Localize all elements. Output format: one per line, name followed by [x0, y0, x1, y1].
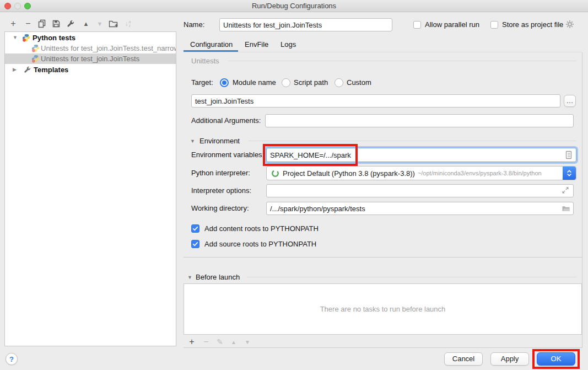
tab-logs[interactable]: Logs: [280, 37, 296, 52]
move-task-down-icon[interactable]: ▼: [242, 337, 252, 347]
new-folder-icon[interactable]: [107, 18, 118, 29]
move-task-up-icon[interactable]: ▲: [229, 337, 239, 347]
sort-configurations-icon[interactable]: ↓ a z: [122, 18, 133, 29]
tree-item-label: Unittests for test_join.JoinTests.test_n…: [41, 43, 176, 53]
add-content-roots-checkbox[interactable]: [191, 224, 199, 233]
tree-item-unittests-narrow[interactable]: Unittests for test_join.JoinTests.test_n…: [5, 43, 176, 53]
content-right-border: [582, 52, 582, 348]
python-test-icon: [31, 44, 40, 52]
interpreter-env-icon: [271, 169, 279, 178]
tree-expanded-icon[interactable]: ▼: [13, 33, 18, 43]
browse-module-button[interactable]: …: [564, 95, 576, 107]
python-tests-icon: [22, 34, 30, 42]
tree-item-templates[interactable]: ▶ Templates: [5, 65, 176, 75]
working-directory-label: Working directory:: [191, 202, 249, 215]
add-source-roots-checkbox[interactable]: [191, 240, 199, 248]
environment-section-toggle[interactable]: ▼: [190, 138, 195, 144]
add-source-roots-label: Add source roots to PYTHONPATH: [204, 238, 316, 251]
interpreter-path: ~/opt/miniconda3/envs/pyspark-3.8/bin/py…: [418, 170, 542, 176]
environment-section-line: [248, 141, 576, 141]
sort-letter-z: z: [129, 24, 131, 28]
unittests-group-title: Unittests: [191, 57, 219, 65]
before-launch-task-list[interactable]: There are no tasks to run before launch: [184, 283, 582, 335]
browse-folder-icon[interactable]: [562, 204, 570, 213]
expand-field-icon[interactable]: [562, 186, 570, 195]
interpreter-options-label: Interpreter options:: [191, 184, 251, 197]
target-module-name-radio[interactable]: [220, 78, 229, 87]
additional-arguments-label: Additional Arguments:: [191, 114, 261, 127]
active-tab-underline: [184, 50, 238, 52]
store-as-project-file-checkbox[interactable]: [490, 21, 498, 29]
tab-envfile[interactable]: EnvFile: [245, 37, 268, 52]
before-launch-section-label[interactable]: Before launch: [196, 273, 240, 281]
allow-parallel-run-checkbox[interactable]: [413, 21, 421, 29]
interpreter-options-input[interactable]: [266, 184, 574, 197]
tree-collapsed-icon[interactable]: ▶: [13, 65, 17, 75]
tree-item-python-tests[interactable]: ▼ Python tests: [5, 33, 176, 43]
python-interpreter-label: Python interpreter:: [191, 167, 250, 180]
sort-arrow: ↓: [125, 20, 128, 28]
move-down-icon[interactable]: ▼: [94, 18, 105, 29]
environment-variables-input[interactable]: [266, 148, 576, 162]
interpreter-value: Project Default (Python 3.8 (pyspark-3.8…: [283, 169, 415, 178]
allow-parallel-run-label: Allow parallel run: [425, 18, 479, 31]
sort-letter-a: a: [129, 20, 131, 24]
remove-task-icon[interactable]: −: [201, 337, 211, 347]
target-custom-radio[interactable]: [335, 78, 343, 87]
move-up-icon[interactable]: ▲: [80, 18, 91, 29]
environment-section-label[interactable]: Environment: [199, 137, 240, 145]
working-directory-input[interactable]: [266, 202, 574, 215]
run-debug-configurations-dialog: Run/Debug Configurations + − ▲ ▼ ↓ a z ▼…: [0, 0, 588, 370]
before-launch-bottom-border: [184, 347, 582, 348]
store-options-gear-icon[interactable]: [565, 20, 574, 30]
save-configuration-icon[interactable]: [51, 18, 62, 29]
help-button[interactable]: ?: [6, 353, 18, 365]
tabs-divider: [184, 52, 582, 52]
target-label: Target:: [191, 76, 213, 89]
python-test-icon: [31, 55, 40, 63]
configurations-tree: ▼ Python tests Unittests for test_join.J…: [4, 31, 176, 346]
add-content-roots-label: Add content roots to PYTHONPATH: [204, 222, 319, 235]
target-script-path-radio[interactable]: [282, 78, 290, 87]
store-as-project-file-label: Store as project file: [502, 18, 563, 31]
add-configuration-icon[interactable]: +: [8, 18, 19, 29]
copy-configuration-icon[interactable]: [36, 18, 47, 29]
tree-item-label: Templates: [34, 65, 68, 75]
module-name-input[interactable]: [191, 94, 560, 108]
edit-environment-variables-icon[interactable]: [564, 151, 573, 159]
python-interpreter-select[interactable]: Project Default (Python 3.8 (pyspark-3.8…: [266, 166, 576, 180]
unittests-group-line: [228, 61, 576, 61]
target-module-name-label: Module name: [233, 76, 276, 89]
cancel-button[interactable]: Cancel: [444, 352, 483, 366]
tree-item-label: Python tests: [33, 33, 75, 43]
content-divider: [184, 257, 582, 258]
name-label: Name:: [184, 18, 204, 31]
before-launch-empty-message: There are no tasks to run before launch: [320, 305, 446, 313]
additional-arguments-input[interactable]: [265, 114, 574, 127]
tree-item-label: Unittests for test_join.JoinTests: [41, 53, 139, 64]
target-script-path-label: Script path: [294, 76, 328, 89]
edit-templates-icon[interactable]: [65, 18, 76, 29]
apply-button[interactable]: Apply: [490, 352, 529, 366]
target-custom-label: Custom: [347, 76, 371, 89]
before-launch-section-toggle[interactable]: ▼: [187, 275, 192, 280]
interpreter-dropdown-icon[interactable]: [563, 167, 576, 180]
templates-wrench-icon: [23, 66, 31, 74]
edit-task-icon[interactable]: ✎: [215, 337, 225, 347]
before-launch-section-line: [247, 277, 576, 277]
ok-button[interactable]: OK: [537, 352, 575, 366]
add-task-icon[interactable]: +: [187, 337, 197, 347]
tree-item-unittests-jointests-selected[interactable]: Unittests for test_join.JoinTests: [5, 53, 176, 64]
environment-variables-label: Environment variables:: [191, 148, 264, 162]
name-input[interactable]: [219, 18, 392, 31]
title-bar: Run/Debug Configurations: [0, 0, 588, 12]
window-title: Run/Debug Configurations: [0, 0, 588, 12]
remove-configuration-icon[interactable]: −: [23, 18, 34, 29]
